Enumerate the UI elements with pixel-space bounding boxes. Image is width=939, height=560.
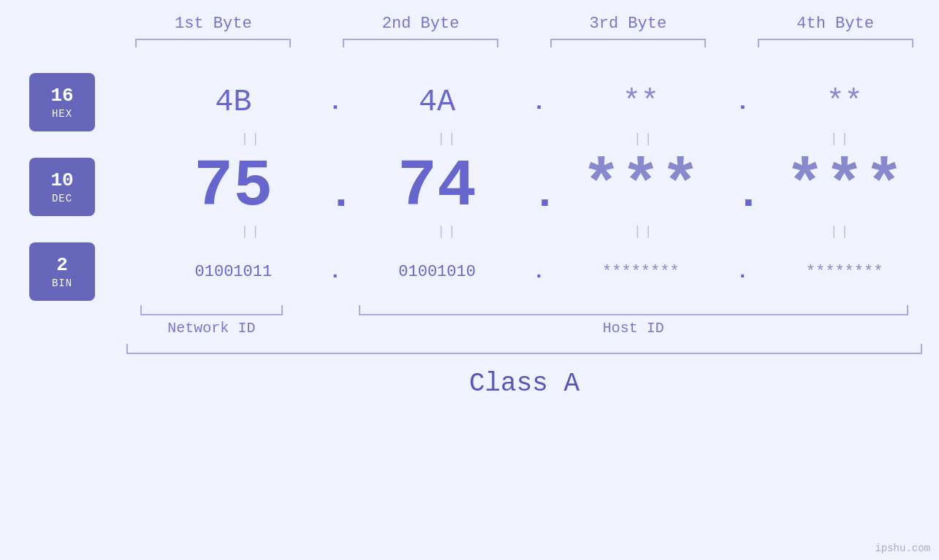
network-id-label: Network ID [167, 320, 255, 337]
sep-2-2: || [350, 224, 547, 239]
main-container: 1st Byte 2nd Byte 3rd Byte 4th Byte 16 H… [0, 0, 939, 560]
class-bracket-line [126, 344, 923, 354]
hex-val-2: 4A [343, 85, 532, 120]
sep-2-1: || [153, 224, 350, 239]
sep-row-1: || || || || [0, 131, 939, 146]
bin-val-3: ******** [547, 263, 736, 281]
dec-number: 10 [50, 169, 73, 192]
host-id-bracket-line [359, 305, 909, 315]
class-label: Class A [469, 369, 579, 399]
hex-number: 16 [50, 85, 73, 107]
hex-dot-2: . [532, 89, 547, 116]
bracket-top-1 [135, 39, 291, 47]
hex-val-4: ** [750, 85, 939, 120]
sep-1-3: || [547, 131, 743, 146]
bin-row: 2 BIN 01001011 . 01001010 . ******** . *… [0, 242, 939, 301]
hex-val-3: ** [547, 85, 736, 120]
bin-values-row: 01001011 . 01001010 . ******** . *******… [139, 261, 939, 283]
byte-label-2: 2nd Byte [382, 15, 460, 33]
sep-1-4: || [742, 131, 939, 146]
sep-2-3: || [547, 224, 743, 239]
bottom-bracket-section: Network ID Host ID Class A [110, 305, 939, 399]
bin-dot-2: . [532, 261, 547, 283]
bin-val-4: ******** [750, 263, 939, 281]
bin-dot-3: . [735, 261, 750, 283]
sep-2-4: || [742, 224, 939, 239]
class-section: Class A [110, 344, 939, 399]
bin-sub: BIN [52, 277, 72, 289]
byte-col-2: 2nd Byte [317, 15, 525, 47]
dec-val-4: *** [750, 150, 939, 224]
bin-val-2: 01001010 [343, 263, 532, 281]
host-id-bracket-wrap: Host ID [328, 305, 939, 337]
bracket-top-4 [758, 39, 913, 47]
hex-dot-1: . [328, 89, 343, 116]
byte-header-row: 1st Byte 2nd Byte 3rd Byte 4th Byte [110, 15, 939, 47]
host-id-label: Host ID [603, 320, 664, 337]
byte-col-3: 3rd Byte [525, 15, 732, 47]
bin-dot-1: . [328, 261, 343, 283]
byte-label-3: 3rd Byte [590, 15, 667, 33]
hex-val-1: 4B [139, 85, 328, 120]
sep-1-1: || [153, 131, 350, 146]
byte-col-4: 4th Byte [731, 15, 939, 47]
byte-col-1: 1st Byte [110, 15, 317, 47]
dec-label-box: 10 DEC [29, 158, 95, 216]
bin-number: 2 [56, 254, 68, 277]
dec-sub: DEC [52, 193, 72, 204]
byte-label-4: 4th Byte [797, 15, 874, 33]
dec-dot-3: . [735, 169, 750, 219]
bin-val-1: 01001011 [139, 263, 328, 281]
hex-values-row: 4B . 4A . ** . ** [139, 85, 939, 120]
dec-values-row: 75 . 74 . *** . *** [139, 150, 939, 224]
dec-row: 10 DEC 75 . 74 . *** . *** [0, 150, 939, 224]
watermark: ipshu.com [875, 542, 930, 554]
dec-val-3: *** [547, 150, 736, 224]
network-id-bracket-wrap: Network ID [110, 305, 313, 337]
dec-val-2: 74 [343, 150, 532, 224]
hex-dot-3: . [735, 89, 750, 116]
bottom-brackets-container: Network ID Host ID [110, 305, 939, 337]
hex-row: 16 HEX 4B . 4A . ** . ** [0, 73, 939, 131]
bin-label-box: 2 BIN [29, 242, 95, 301]
sep-1-2: || [350, 131, 547, 146]
dec-dot-1: . [328, 169, 343, 219]
hex-label-box: 16 HEX [29, 73, 95, 131]
sep-row-2: || || || || [0, 224, 939, 239]
dec-dot-2: . [532, 169, 547, 219]
byte-label-1: 1st Byte [175, 15, 252, 33]
bracket-top-3 [550, 39, 706, 47]
network-id-bracket-line [140, 305, 283, 315]
bracket-top-2 [343, 39, 498, 47]
dec-val-1: 75 [139, 150, 328, 224]
hex-sub: HEX [52, 108, 72, 120]
bracket-spacer [313, 305, 328, 337]
